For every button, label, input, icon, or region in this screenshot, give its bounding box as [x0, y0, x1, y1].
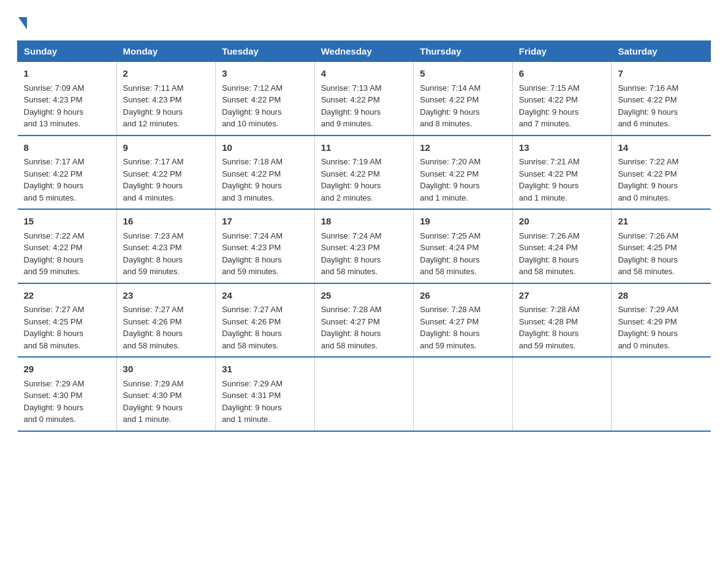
day-info: Sunrise: 7:22 AMSunset: 4:22 PMDaylight:… — [618, 156, 704, 204]
day-number: 16 — [123, 215, 210, 229]
day-info: Sunrise: 7:27 AMSunset: 4:26 PMDaylight:… — [222, 304, 308, 351]
day-number: 2 — [123, 67, 210, 81]
calendar-cell — [612, 357, 711, 431]
calendar-cell: 10Sunrise: 7:18 AMSunset: 4:22 PMDayligh… — [216, 136, 315, 210]
day-number: 26 — [420, 289, 506, 303]
logo-arrow-icon — [18, 17, 27, 29]
day-number: 13 — [519, 141, 605, 155]
day-number: 15 — [24, 215, 110, 229]
calendar-cell: 3Sunrise: 7:12 AMSunset: 4:22 PMDaylight… — [216, 62, 315, 136]
day-info: Sunrise: 7:20 AMSunset: 4:22 PMDaylight:… — [420, 156, 506, 204]
calendar-cell: 15Sunrise: 7:22 AMSunset: 4:22 PMDayligh… — [18, 209, 117, 283]
day-info: Sunrise: 7:28 AMSunset: 4:27 PMDaylight:… — [420, 304, 506, 351]
week-row-3: 15Sunrise: 7:22 AMSunset: 4:22 PMDayligh… — [18, 209, 711, 283]
calendar-cell: 23Sunrise: 7:27 AMSunset: 4:26 PMDayligh… — [116, 283, 216, 358]
day-info: Sunrise: 7:24 AMSunset: 4:23 PMDaylight:… — [321, 230, 408, 278]
day-info: Sunrise: 7:23 AMSunset: 4:23 PMDaylight:… — [123, 230, 210, 278]
calendar-cell: 19Sunrise: 7:25 AMSunset: 4:24 PMDayligh… — [414, 209, 513, 283]
day-info: Sunrise: 7:29 AMSunset: 4:29 PMDaylight:… — [618, 304, 704, 351]
day-number: 23 — [123, 289, 210, 303]
day-number: 17 — [222, 215, 308, 229]
calendar-cell: 22Sunrise: 7:27 AMSunset: 4:25 PMDayligh… — [18, 283, 117, 358]
day-info: Sunrise: 7:14 AMSunset: 4:22 PMDaylight:… — [420, 82, 506, 130]
calendar-cell: 14Sunrise: 7:22 AMSunset: 4:22 PMDayligh… — [612, 136, 711, 210]
week-row-2: 8Sunrise: 7:17 AMSunset: 4:22 PMDaylight… — [18, 136, 711, 210]
logo — [17, 15, 27, 29]
calendar-cell — [314, 357, 414, 431]
calendar-cell: 5Sunrise: 7:14 AMSunset: 4:22 PMDaylight… — [414, 62, 513, 136]
day-number: 11 — [321, 141, 408, 155]
calendar-cell: 16Sunrise: 7:23 AMSunset: 4:23 PMDayligh… — [116, 209, 216, 283]
day-number: 29 — [24, 362, 110, 377]
day-info: Sunrise: 7:15 AMSunset: 4:22 PMDaylight:… — [519, 82, 605, 130]
calendar-cell: 30Sunrise: 7:29 AMSunset: 4:30 PMDayligh… — [116, 357, 216, 431]
day-number: 30 — [123, 362, 210, 377]
day-number: 9 — [123, 141, 210, 155]
calendar-body: 1Sunrise: 7:09 AMSunset: 4:23 PMDaylight… — [18, 62, 711, 431]
header-saturday: Saturday — [612, 41, 711, 62]
week-row-5: 29Sunrise: 7:29 AMSunset: 4:30 PMDayligh… — [18, 357, 711, 431]
calendar-cell: 11Sunrise: 7:19 AMSunset: 4:22 PMDayligh… — [314, 136, 414, 210]
day-info: Sunrise: 7:27 AMSunset: 4:25 PMDaylight:… — [24, 304, 110, 351]
day-number: 28 — [618, 289, 704, 303]
calendar-cell: 9Sunrise: 7:17 AMSunset: 4:22 PMDaylight… — [116, 136, 216, 210]
day-number: 22 — [24, 289, 110, 303]
day-info: Sunrise: 7:09 AMSunset: 4:23 PMDaylight:… — [24, 82, 110, 130]
header-row: SundayMondayTuesdayWednesdayThursdayFrid… — [18, 41, 711, 62]
calendar-cell: 12Sunrise: 7:20 AMSunset: 4:22 PMDayligh… — [414, 136, 513, 210]
day-number: 8 — [24, 141, 110, 155]
header-sunday: Sunday — [18, 41, 117, 62]
day-number: 20 — [519, 215, 605, 229]
calendar-cell: 27Sunrise: 7:28 AMSunset: 4:28 PMDayligh… — [512, 283, 612, 358]
calendar-cell: 7Sunrise: 7:16 AMSunset: 4:22 PMDaylight… — [612, 62, 711, 136]
calendar-cell: 29Sunrise: 7:29 AMSunset: 4:30 PMDayligh… — [18, 357, 117, 431]
day-info: Sunrise: 7:21 AMSunset: 4:22 PMDaylight:… — [519, 156, 605, 204]
day-number: 19 — [420, 215, 506, 229]
day-number: 5 — [420, 67, 506, 81]
calendar-header: SundayMondayTuesdayWednesdayThursdayFrid… — [18, 41, 711, 62]
calendar-cell: 2Sunrise: 7:11 AMSunset: 4:23 PMDaylight… — [116, 62, 216, 136]
calendar-cell: 4Sunrise: 7:13 AMSunset: 4:22 PMDaylight… — [314, 62, 414, 136]
header-thursday: Thursday — [414, 41, 513, 62]
day-info: Sunrise: 7:22 AMSunset: 4:22 PMDaylight:… — [24, 230, 110, 278]
calendar-cell: 6Sunrise: 7:15 AMSunset: 4:22 PMDaylight… — [512, 62, 612, 136]
calendar-cell: 20Sunrise: 7:26 AMSunset: 4:24 PMDayligh… — [512, 209, 612, 283]
day-number: 12 — [420, 141, 506, 155]
day-info: Sunrise: 7:28 AMSunset: 4:28 PMDaylight:… — [519, 304, 605, 351]
week-row-1: 1Sunrise: 7:09 AMSunset: 4:23 PMDaylight… — [18, 62, 711, 136]
day-info: Sunrise: 7:24 AMSunset: 4:23 PMDaylight:… — [222, 230, 308, 278]
day-number: 24 — [222, 289, 308, 303]
calendar-cell: 26Sunrise: 7:28 AMSunset: 4:27 PMDayligh… — [414, 283, 513, 358]
day-number: 31 — [222, 362, 308, 377]
day-info: Sunrise: 7:29 AMSunset: 4:30 PMDaylight:… — [123, 378, 210, 426]
day-number: 6 — [519, 67, 605, 81]
day-number: 27 — [519, 289, 605, 303]
calendar-cell: 21Sunrise: 7:26 AMSunset: 4:25 PMDayligh… — [612, 209, 711, 283]
day-info: Sunrise: 7:17 AMSunset: 4:22 PMDaylight:… — [123, 156, 210, 204]
day-number: 1 — [24, 67, 110, 81]
calendar-table: SundayMondayTuesdayWednesdayThursdayFrid… — [17, 40, 711, 432]
day-info: Sunrise: 7:26 AMSunset: 4:25 PMDaylight:… — [618, 230, 704, 278]
day-info: Sunrise: 7:13 AMSunset: 4:22 PMDaylight:… — [321, 82, 408, 130]
day-number: 10 — [222, 141, 308, 155]
day-info: Sunrise: 7:18 AMSunset: 4:22 PMDaylight:… — [222, 156, 308, 204]
day-number: 7 — [618, 67, 704, 81]
calendar-cell — [512, 357, 612, 431]
day-number: 21 — [618, 215, 704, 229]
calendar-cell: 31Sunrise: 7:29 AMSunset: 4:31 PMDayligh… — [216, 357, 315, 431]
day-info: Sunrise: 7:19 AMSunset: 4:22 PMDaylight:… — [321, 156, 408, 204]
header-friday: Friday — [512, 41, 612, 62]
calendar-cell: 25Sunrise: 7:28 AMSunset: 4:27 PMDayligh… — [314, 283, 414, 358]
header-monday: Monday — [116, 41, 216, 62]
day-number: 4 — [321, 67, 408, 81]
calendar-cell: 13Sunrise: 7:21 AMSunset: 4:22 PMDayligh… — [512, 136, 612, 210]
day-number: 3 — [222, 67, 308, 81]
header-wednesday: Wednesday — [314, 41, 414, 62]
day-info: Sunrise: 7:12 AMSunset: 4:22 PMDaylight:… — [222, 82, 308, 130]
calendar-cell: 8Sunrise: 7:17 AMSunset: 4:22 PMDaylight… — [18, 136, 117, 210]
day-info: Sunrise: 7:27 AMSunset: 4:26 PMDaylight:… — [123, 304, 210, 351]
day-info: Sunrise: 7:11 AMSunset: 4:23 PMDaylight:… — [123, 82, 210, 130]
day-info: Sunrise: 7:29 AMSunset: 4:31 PMDaylight:… — [222, 378, 308, 426]
day-number: 18 — [321, 215, 408, 229]
header-tuesday: Tuesday — [216, 41, 315, 62]
